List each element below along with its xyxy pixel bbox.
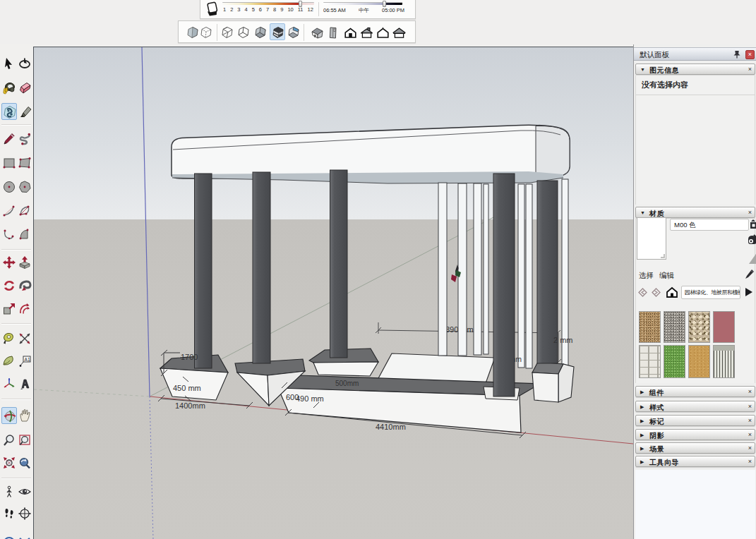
swatch-rose[interactable] (713, 311, 735, 343)
view-iso-button[interactable] (309, 24, 325, 41)
swatch-ochre[interactable] (688, 345, 710, 378)
swatch-pavers[interactable] (639, 345, 661, 378)
extra-tool-a[interactable] (1, 533, 17, 539)
text-tool[interactable]: A1 (17, 353, 32, 370)
section-header-shadows[interactable]: ▶阴影× (635, 429, 755, 440)
home-icon[interactable] (666, 286, 678, 299)
create-material-icon[interactable] (748, 219, 756, 230)
orbit-tool[interactable] (1, 407, 17, 424)
components-close-icon[interactable]: × (748, 388, 752, 395)
two-point-arc-tool[interactable] (1, 202, 17, 219)
swatch-gray-gravel[interactable] (664, 311, 685, 343)
zoom-extents-tool[interactable] (1, 454, 17, 471)
shadow-toggle-icon[interactable] (204, 1, 221, 18)
style-shaded-button[interactable] (253, 24, 268, 41)
eraser-tool[interactable] (17, 80, 32, 97)
entity-info-close-icon[interactable]: × (748, 66, 752, 73)
section-plane-tool[interactable] (17, 505, 32, 522)
line-tool[interactable] (1, 131, 17, 147)
style-shaded-textures-button[interactable] (270, 23, 285, 40)
push-eraser-tool[interactable] (17, 103, 32, 120)
section-header-materials[interactable]: ▼ 材质 × (635, 207, 755, 218)
tray-title: 默认面板 (640, 50, 669, 59)
offset-tool[interactable] (17, 301, 32, 317)
make-component-tool[interactable] (17, 55, 32, 72)
collapse-arrow-icon[interactable]: ▼ (640, 67, 645, 72)
material-name-input[interactable]: M00 色 (670, 219, 749, 231)
select-tool[interactable] (1, 55, 17, 72)
swatch-tan-gravel[interactable] (639, 311, 661, 343)
zoom-tool[interactable] (1, 432, 17, 449)
styles-close-icon[interactable]: × (748, 403, 752, 410)
style-monochrome-button[interactable] (286, 24, 301, 41)
default-material-icon[interactable] (747, 234, 756, 246)
tray-titlebar[interactable]: 默认面板 × (634, 47, 756, 61)
section-header-scenes[interactable]: ▶场景× (635, 442, 755, 454)
rotate-tool[interactable] (1, 277, 17, 294)
section-header-tags[interactable]: ▶标记× (635, 415, 755, 426)
look-around-tool[interactable] (17, 483, 32, 500)
time-slider-track[interactable] (323, 2, 402, 5)
sample-paint-icon[interactable] (743, 269, 755, 281)
3d-text-tool[interactable] (17, 375, 32, 392)
tape-measure-tool[interactable] (1, 330, 17, 347)
viewport-3d[interactable]: 390 mm (33, 47, 633, 539)
swatch-grass[interactable] (664, 345, 685, 378)
material-preview[interactable] (637, 217, 666, 260)
zoom-window-tool[interactable] (17, 432, 32, 449)
paint-bucket-tool[interactable] (1, 80, 17, 97)
three-point-arc-tool[interactable] (1, 226, 17, 243)
back-arrow-icon[interactable] (637, 287, 648, 298)
dimension-tool[interactable] (17, 330, 32, 347)
position-camera-tool[interactable] (1, 483, 17, 500)
walk-tool[interactable] (1, 505, 17, 522)
view-right-button[interactable] (359, 24, 374, 41)
model-footing-e[interactable] (532, 362, 574, 402)
style-back-edges-button[interactable] (198, 24, 214, 41)
follow-me-tool[interactable] (17, 277, 32, 294)
swatch-fence[interactable] (713, 345, 735, 378)
push-pull-tool[interactable] (17, 254, 32, 271)
swatch-rock[interactable] (688, 311, 710, 343)
arc-tool[interactable] (17, 226, 32, 243)
tray-close-button[interactable]: × (745, 50, 755, 59)
details-arrow-icon[interactable] (743, 286, 755, 298)
scenes-close-icon[interactable]: × (748, 444, 752, 452)
scale-tool[interactable] (1, 301, 17, 317)
section-header-components[interactable]: ▶组件× (635, 386, 755, 397)
axes-tool[interactable] (1, 375, 17, 392)
pie-tool[interactable] (17, 202, 32, 219)
view-top-button[interactable] (325, 24, 341, 41)
textured-box-tool[interactable] (1, 103, 17, 120)
protractor-tool[interactable] (1, 353, 17, 370)
view-left-button[interactable] (391, 24, 407, 41)
materials-tab-edit[interactable]: 编辑 (659, 271, 674, 281)
tags-close-icon[interactable]: × (748, 417, 752, 424)
materials-tab-select[interactable]: 选择 (639, 271, 654, 281)
shadows-close-icon[interactable]: × (748, 431, 752, 438)
collapse-arrow-icon[interactable]: ▼ (640, 210, 645, 215)
forward-arrow-icon[interactable] (651, 287, 661, 298)
section-header-instructor[interactable]: ▶工具向导× (635, 456, 755, 467)
pin-icon[interactable] (733, 50, 741, 59)
materials-close-icon[interactable]: × (748, 209, 752, 216)
previous-view-tool[interactable] (17, 454, 32, 471)
style-hidden-line-button[interactable] (236, 24, 251, 41)
extra-tool-b[interactable] (17, 533, 32, 539)
section-header-entity-info[interactable]: ▼ 图元信息 × (635, 63, 755, 75)
section-header-styles[interactable]: ▶样式× (635, 401, 755, 412)
time-slider-handle[interactable] (383, 1, 386, 7)
instructor-close-icon[interactable]: × (748, 458, 752, 465)
material-category-dropdown[interactable]: 园林绿化、地被层和植被 ∨ (681, 286, 740, 299)
expand-arrow-icon: ▶ (640, 389, 644, 395)
view-back-button[interactable] (375, 24, 390, 41)
rectangle-tool[interactable] (1, 155, 17, 171)
view-front-button[interactable] (342, 24, 358, 41)
freehand-tool[interactable] (17, 131, 32, 147)
rotated-rectangle-tool[interactable] (17, 155, 32, 171)
style-wireframe-button[interactable] (220, 24, 235, 41)
move-tool[interactable] (1, 254, 17, 271)
circle-tool[interactable] (1, 178, 17, 195)
pan-tool[interactable] (17, 407, 32, 424)
polygon-tool[interactable] (17, 178, 32, 195)
